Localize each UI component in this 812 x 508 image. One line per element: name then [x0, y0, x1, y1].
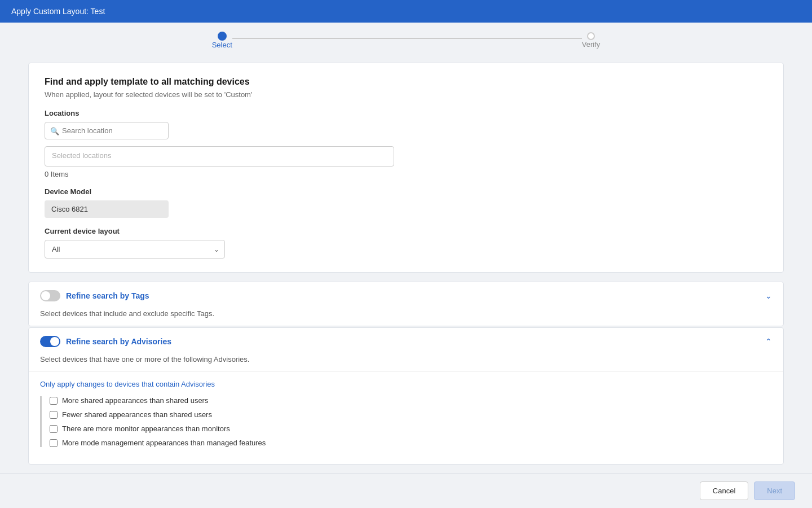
form-title: Find and apply template to all matching …: [45, 77, 767, 87]
step1-label: Select: [212, 41, 232, 49]
checkbox-1[interactable]: [50, 397, 58, 405]
checkbox-item-3: There are more monitor appearances than …: [50, 424, 772, 433]
checkboxes-container: More shared appearances than shared user…: [40, 396, 772, 447]
checkbox-item-1: More shared appearances than shared user…: [50, 396, 772, 405]
tags-section-title: Refine search by Tags: [66, 291, 149, 300]
step-connector: [232, 38, 582, 39]
checkbox-item-4: More mode management appearances than ma…: [50, 439, 772, 447]
checkbox-label-1: More shared appearances than shared user…: [62, 396, 208, 405]
current-layout-wrap: All ⌄: [45, 240, 225, 259]
step1-circle: [218, 32, 227, 41]
advisories-body: Only apply changes to devices that conta…: [29, 371, 783, 464]
advisories-section-card: Refine search by Advisories ⌃ Select dev…: [28, 327, 784, 465]
device-model-label: Device Model: [45, 187, 767, 196]
cancel-button[interactable]: Cancel: [700, 481, 748, 500]
locations-label: Locations: [45, 109, 767, 117]
checkbox-4[interactable]: [50, 439, 58, 447]
search-location-input[interactable]: [45, 122, 169, 139]
tags-header-left: ✕ Refine search by Tags: [40, 290, 149, 301]
checkbox-label-2: Fewer shared appearances than shared use…: [62, 410, 212, 419]
tags-toggle-knob: [41, 291, 50, 300]
current-layout-select[interactable]: All: [45, 240, 225, 259]
form-card-body: Find and apply template to all matching …: [29, 63, 783, 272]
form-subtitle: When applied, layout for selected device…: [45, 90, 767, 99]
step2-wrapper: Verify: [582, 32, 601, 49]
device-model-value: Cisco 6821: [45, 200, 169, 218]
items-count: 0 Items: [45, 170, 767, 178]
checkbox-item-2: Fewer shared appearances than shared use…: [50, 410, 772, 419]
checkbox-2[interactable]: [50, 411, 58, 419]
search-location-wrap: 🔍: [45, 122, 169, 139]
header-title: Apply Custom Layout: Test: [11, 7, 105, 16]
checkbox-label-3: There are more monitor appearances than …: [62, 424, 230, 433]
advisories-section-header: Refine search by Advisories ⌃: [29, 328, 783, 355]
search-icon: 🔍: [50, 126, 59, 135]
tags-toggle[interactable]: ✕: [40, 290, 60, 301]
selected-locations-box[interactable]: Selected locations: [45, 146, 394, 167]
tags-section-desc: Select devices that include and exclude …: [29, 309, 783, 326]
next-button[interactable]: Next: [754, 481, 795, 500]
form-card: Find and apply template to all matching …: [28, 63, 784, 273]
step2-circle: [587, 32, 595, 40]
advisories-toggle-knob: [50, 337, 59, 346]
current-layout-label: Current device layout: [45, 227, 767, 235]
step2-label: Verify: [582, 40, 601, 49]
wizard-steps: Select Verify: [0, 23, 812, 51]
app-header: Apply Custom Layout: Test: [0, 0, 812, 23]
tags-section-card: ✕ Refine search by Tags ⌄ Select devices…: [28, 282, 784, 326]
advisories-section-title: Refine search by Advisories: [66, 337, 171, 346]
tags-chevron-icon[interactable]: ⌄: [765, 291, 772, 300]
advisories-link[interactable]: Only apply changes to devices that conta…: [40, 380, 215, 388]
footer: Cancel Next: [0, 473, 812, 508]
tags-section-header: ✕ Refine search by Tags ⌄: [29, 282, 783, 309]
checkbox-label-4: More mode management appearances than ma…: [62, 439, 266, 447]
selected-locations-placeholder: Selected locations: [52, 151, 112, 160]
advisories-chevron-icon[interactable]: ⌃: [765, 337, 772, 346]
step1-wrapper: Select: [212, 32, 232, 49]
advisories-section-desc: Select devices that have one or more of …: [29, 355, 783, 371]
advisories-toggle[interactable]: [40, 336, 60, 347]
main-content: Find and apply template to all matching …: [11, 51, 801, 477]
advisories-header-left: Refine search by Advisories: [40, 336, 171, 347]
checkbox-3[interactable]: [50, 425, 58, 433]
